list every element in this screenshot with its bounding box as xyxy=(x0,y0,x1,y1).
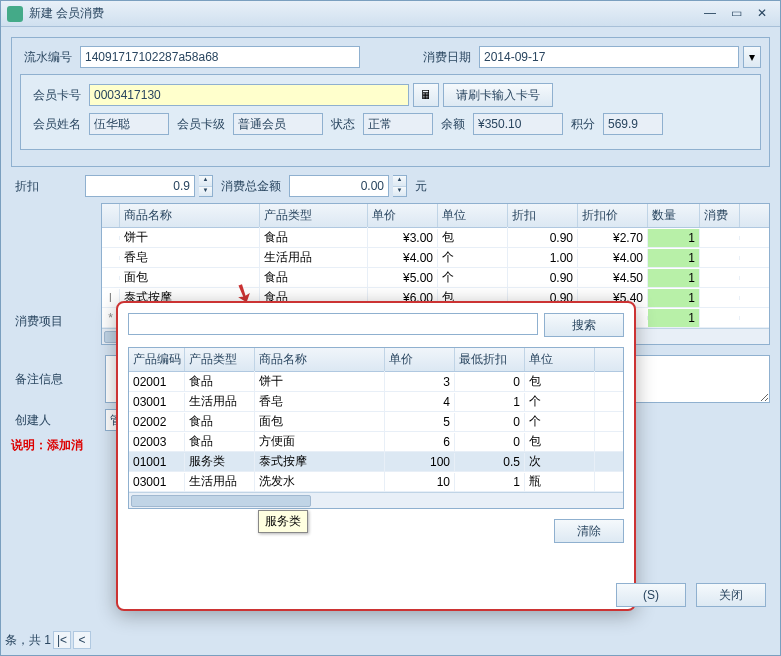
window-title: 新建 会员消费 xyxy=(29,5,696,22)
close-footer-button[interactable]: 关闭 xyxy=(696,583,766,607)
popup-tooltip: 服务类 xyxy=(258,510,308,533)
header-panel: 流水编号 消费日期 ▾ 会员卡号 🖩 请刷卡输入卡号 会员姓名 会员卡级 xyxy=(11,37,770,167)
popup-clear-button[interactable]: 清除 xyxy=(554,519,624,543)
points-field xyxy=(603,113,663,135)
calculator-icon: 🖩 xyxy=(420,88,432,102)
items-section-label: 消费项目 xyxy=(11,203,101,345)
product-lookup-popup: 搜索 产品编码 产品类型 商品名称 单价 最低折扣 单位 02001食品饼干30… xyxy=(116,301,636,611)
discount-spinner[interactable]: ▲▼ xyxy=(199,175,213,197)
popup-table-header: 产品编码 产品类型 商品名称 单价 最低折扣 单位 xyxy=(129,348,623,372)
name-field xyxy=(89,113,169,135)
table-row[interactable]: 饼干食品¥3.00包0.90¥2.701 xyxy=(102,228,769,248)
table-row[interactable]: 面包食品¥5.00个0.90¥4.501 xyxy=(102,268,769,288)
pager-first[interactable]: |< xyxy=(53,631,71,649)
discount-label: 折扣 xyxy=(11,178,81,195)
card-label: 会员卡号 xyxy=(29,87,85,104)
total-unit: 元 xyxy=(411,178,431,195)
name-label: 会员姓名 xyxy=(29,116,85,133)
titlebar: 新建 会员消费 — ▭ ✕ xyxy=(1,1,780,27)
status-field xyxy=(363,113,433,135)
date-dropdown-icon[interactable]: ▾ xyxy=(743,46,761,68)
table-row[interactable]: 02003食品方便面60包 xyxy=(129,432,623,452)
pager: 条，共 1 |< < xyxy=(5,631,91,649)
save-button[interactable]: (S) xyxy=(616,583,686,607)
note-text: 说明：添加消 xyxy=(11,437,83,454)
serial-input[interactable] xyxy=(80,46,360,68)
level-label: 会员卡级 xyxy=(173,116,229,133)
close-button[interactable]: ✕ xyxy=(750,6,774,22)
discount-input[interactable] xyxy=(85,175,195,197)
status-label: 状态 xyxy=(327,116,359,133)
items-table-header: 商品名称 产品类型 单价 单位 折扣 折扣价 数量 消费 xyxy=(102,204,769,228)
date-input[interactable] xyxy=(479,46,739,68)
minimize-button[interactable]: — xyxy=(698,6,722,22)
table-row[interactable]: 香皂生活用品¥4.00个1.00¥4.001 xyxy=(102,248,769,268)
level-field xyxy=(233,113,323,135)
total-spinner[interactable]: ▲▼ xyxy=(393,175,407,197)
balance-label: 余额 xyxy=(437,116,469,133)
pager-prev[interactable]: < xyxy=(73,631,91,649)
calculator-button[interactable]: 🖩 xyxy=(413,83,439,107)
table-row[interactable]: 01001服务类泰式按摩1000.5次 xyxy=(129,452,623,472)
maximize-button[interactable]: ▭ xyxy=(724,6,748,22)
total-label: 消费总金额 xyxy=(217,178,285,195)
app-icon xyxy=(7,6,23,22)
creator-label: 创建人 xyxy=(11,412,101,429)
swipe-hint-button[interactable]: 请刷卡输入卡号 xyxy=(443,83,553,107)
table-row[interactable]: 03001生活用品香皂41个 xyxy=(129,392,623,412)
remark-label: 备注信息 xyxy=(11,371,101,388)
date-label: 消费日期 xyxy=(419,49,475,66)
pager-text: 条，共 1 xyxy=(5,632,51,649)
points-label: 积分 xyxy=(567,116,599,133)
balance-field xyxy=(473,113,563,135)
serial-label: 流水编号 xyxy=(20,49,76,66)
card-input[interactable] xyxy=(89,84,409,106)
total-input[interactable] xyxy=(289,175,389,197)
popup-search-button[interactable]: 搜索 xyxy=(544,313,624,337)
popup-hscroll[interactable] xyxy=(129,492,623,508)
popup-table[interactable]: 产品编码 产品类型 商品名称 单价 最低折扣 单位 02001食品饼干30包03… xyxy=(128,347,624,509)
table-row[interactable]: 03001生活用品洗发水101瓶 xyxy=(129,472,623,492)
popup-search-input[interactable] xyxy=(128,313,538,335)
table-row[interactable]: 02001食品饼干30包 xyxy=(129,372,623,392)
table-row[interactable]: 02002食品面包50个 xyxy=(129,412,623,432)
